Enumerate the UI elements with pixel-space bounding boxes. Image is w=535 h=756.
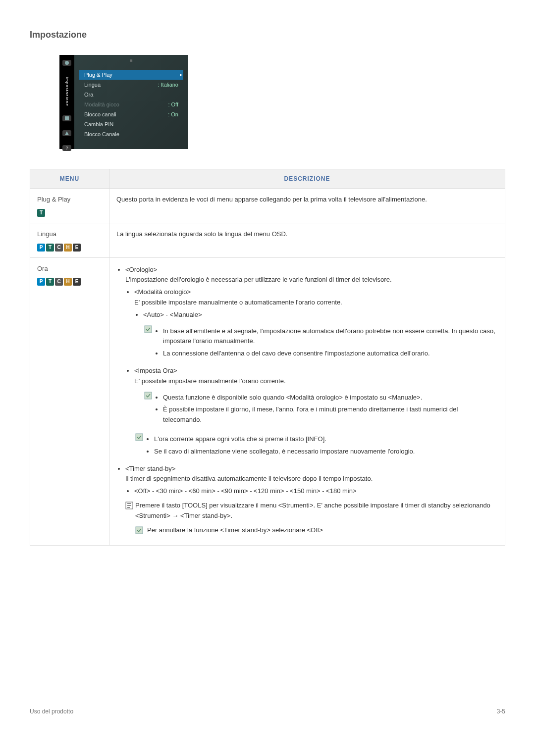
desc-text: Il timer di spegnimento disattiva automa… <box>125 474 498 484</box>
desc-text: Questa funzione è disponibile solo quand… <box>163 393 498 403</box>
tv-side-label: Impostazione <box>65 77 69 106</box>
desc-text: <Modalità orologio> <box>134 287 498 298</box>
table-row: Lingua PTCHE La lingua selezionata rigua… <box>30 223 505 257</box>
svg-rect-3 <box>65 116 69 120</box>
desc-text: <Auto> - <Manuale> <box>143 310 498 320</box>
tools-icon <box>125 502 133 509</box>
col-menu: MENU <box>30 169 109 189</box>
page-footer: Uso del prodotto 3-5 <box>30 704 505 715</box>
menu-desc-table: MENU DESCRIZIONE Plug & Play T Questo po… <box>30 169 505 546</box>
desc-text: Per annullare la funzione <Timer stand-b… <box>147 525 498 536</box>
desc-text: <Imposta Ora> <box>134 366 498 376</box>
desc-text: E' possibile impostare manualmente l'ora… <box>134 376 498 387</box>
tv-menu-row: Blocco canali: On <box>79 109 183 119</box>
note-icon <box>144 392 152 400</box>
footer-left: Uso del prodotto <box>30 708 73 715</box>
side-icon-generic <box>62 60 71 66</box>
source-tag: T <box>46 278 54 286</box>
tv-menu-preview: Impostazione ? Plug & PlayLingua: Italia… <box>59 55 188 149</box>
footer-right: 3-5 <box>497 708 505 715</box>
note-icon <box>135 526 143 534</box>
source-tag: T <box>46 244 54 252</box>
col-desc: DESCRIZIONE <box>109 169 505 189</box>
side-icon-generic <box>62 115 71 121</box>
source-tag: E <box>73 278 81 286</box>
menu-name: Lingua <box>37 229 102 240</box>
menu-name: Ora <box>37 264 102 274</box>
desc-text: L'impostazione dell'orologio è necessari… <box>125 275 498 285</box>
note-icon <box>135 433 143 441</box>
tv-menu-row: Lingua: Italiano <box>79 80 183 90</box>
desc-text: La lingua selezionata riguarda solo la l… <box>116 229 498 240</box>
desc-text: Premere il tasto [TOOLS] per visualizzar… <box>135 501 498 521</box>
desc-text: In base all'emittente e al segnale, l'im… <box>163 326 498 347</box>
table-row: Ora PTCHE <Orologio> L'impostazione dell… <box>30 257 505 546</box>
desc-text: La connessione dell'antenna o del cavo d… <box>163 349 498 359</box>
desc-text: <Orologio> <box>125 265 498 275</box>
desc-text: Se il cavo di alimentazione viene scolle… <box>154 447 498 457</box>
table-row: Plug & Play T Questo porta in evidenza l… <box>30 189 505 223</box>
tv-menu-row: Blocco Canale <box>79 129 183 139</box>
source-tag: E <box>73 244 81 252</box>
tv-menu-row: Plug & Play <box>79 70 183 80</box>
source-tags: T <box>37 209 102 217</box>
desc-text: <Timer stand-by> <box>125 464 498 474</box>
tv-menu-row: Cambia PIN <box>79 119 183 129</box>
desc-text: <Off> - <30 min> - <60 min> - <90 min> -… <box>134 486 498 497</box>
page-title: Impostazione <box>30 30 505 40</box>
desc-text: L'ora corrente appare ogni volta che si … <box>154 434 498 445</box>
side-icon-help: ? <box>62 145 71 151</box>
source-tag: H <box>64 244 72 252</box>
svg-point-2 <box>65 61 69 65</box>
source-tag: C <box>55 278 63 286</box>
desc-text: È possibile impostare il giorno, il mese… <box>163 404 498 425</box>
source-tag: P <box>37 278 45 286</box>
source-tags: PTCHE <box>37 278 102 286</box>
note-icon <box>144 325 152 333</box>
source-tag: C <box>55 244 63 252</box>
tv-menu-row: Modalità gioco: Off <box>79 100 183 109</box>
source-tags: PTCHE <box>37 244 102 252</box>
source-tag: H <box>64 278 72 286</box>
source-tag: P <box>37 244 45 252</box>
svg-text:?: ? <box>65 146 68 151</box>
tv-menu-row: Ora <box>79 90 183 100</box>
side-icon-generic <box>62 130 71 136</box>
source-tag: T <box>37 209 45 217</box>
desc-text: Questo porta in evidenza le voci di menu… <box>116 195 498 205</box>
tv-sidebar: Impostazione ? <box>59 55 74 149</box>
tv-menu-list: Plug & PlayLingua: ItalianoOraModalità g… <box>74 55 188 149</box>
desc-text: E' possibile impostare manualmente o aut… <box>134 298 498 308</box>
menu-name: Plug & Play <box>37 195 102 205</box>
